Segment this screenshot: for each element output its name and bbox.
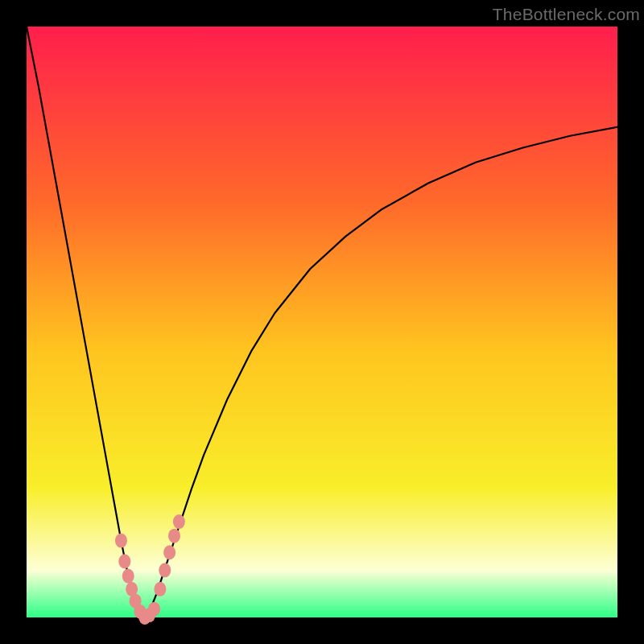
highlight-marker [115, 534, 127, 548]
marker-group [115, 514, 185, 625]
bottleneck-curve [27, 27, 617, 617]
highlight-marker [118, 554, 130, 568]
highlight-marker [159, 563, 171, 577]
chart-svg [0, 0, 644, 644]
highlight-marker [168, 529, 180, 543]
highlight-marker [122, 569, 134, 584]
highlight-marker [173, 514, 185, 529]
highlight-marker [148, 602, 160, 617]
chart-frame: TheBottleneck.com [0, 0, 644, 644]
highlight-marker [163, 545, 175, 559]
highlight-marker [154, 582, 166, 597]
watermark-text: TheBottleneck.com [493, 5, 640, 24]
